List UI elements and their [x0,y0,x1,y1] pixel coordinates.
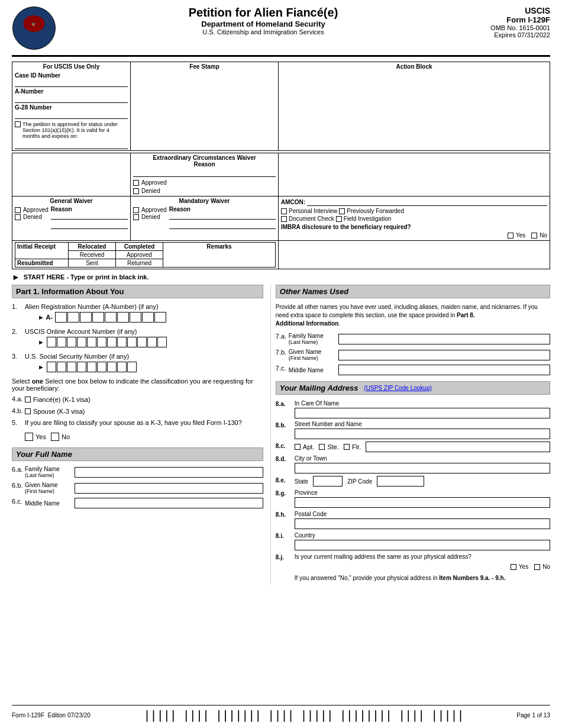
page-footer: Form I-129F Edition 07/23/20 ||||| |||| … [12,705,550,722]
item8j-no-label: No [542,563,550,571]
ste-label: Ste. [327,443,339,450]
item6c-label: Middle Name [25,500,72,507]
oa-box-8[interactable] [117,337,127,347]
state-input[interactable] [313,476,343,487]
ssn-box-2[interactable] [57,362,66,372]
mw-approved-check[interactable] [133,207,139,213]
usps-zip-link[interactable]: (USPS ZIP Code Lookup) [364,385,431,391]
item5-yes-check[interactable] [25,433,33,441]
given-name-input[interactable] [75,483,263,494]
city-input[interactable] [295,463,550,473]
zip-input[interactable] [377,476,424,487]
imbra-yes-check[interactable] [508,233,513,239]
item6a-sub: (Last Name) [25,472,72,478]
oa-box-9[interactable] [127,337,137,347]
gw-denied-check[interactable] [15,214,21,220]
returned-label: Returned [116,259,163,268]
ssn-box-3[interactable] [67,362,76,372]
online-account-input-group [47,337,167,347]
document-check-check[interactable] [281,216,287,222]
extraordinary-approved-label: Approved [141,179,167,186]
in-care-of-input[interactable] [295,408,550,418]
street-number-input[interactable] [295,429,550,439]
received-label: Received [69,251,116,259]
uscis-use-label: For USCIS Use Only [15,63,128,70]
ssn-box-9[interactable] [127,362,137,372]
same-address-no-check[interactable] [534,564,540,570]
apt-check[interactable] [295,444,301,450]
item-8a: 8.a. In Care Of Name [276,400,550,418]
item5-no-check[interactable] [51,433,59,441]
a-box-7[interactable] [130,312,141,323]
middle-name-input[interactable] [75,498,263,508]
family-name-input[interactable] [75,467,263,478]
oa-box-12[interactable] [157,337,167,347]
same-address-yes-check[interactable] [511,564,516,570]
postal-code-input[interactable] [295,518,550,529]
ssn-box-7[interactable] [107,362,117,372]
mw-denied-check[interactable] [133,214,139,220]
oa-box-7[interactable] [107,337,117,347]
a-box-3[interactable] [80,312,92,323]
gw-approved-check[interactable] [15,207,21,213]
header-center: Petition for Alien Fiancé(e) Department … [65,6,461,36]
flr-label: Flr. [352,443,361,450]
uscis-logo: DHS 🦅 [12,6,56,50]
flr-check[interactable] [344,444,350,450]
petition-approved-check[interactable] [15,121,21,127]
extraordinary-approved-check[interactable] [133,180,139,186]
oa-box-6[interactable] [97,337,106,347]
personal-interview-check[interactable] [281,208,287,214]
item7a-sub: (Last Name) [289,339,336,345]
a-box-2[interactable] [67,312,79,323]
item7b-label: Given Name [289,349,336,355]
fiance-check[interactable] [25,397,31,402]
extraordinary-denied-check[interactable] [133,188,139,194]
other-family-name-input[interactable] [338,334,550,344]
ssn-box-5[interactable] [87,362,96,372]
oa-box-3[interactable] [67,337,76,347]
spouse-check[interactable] [25,408,31,414]
imbra-no-check[interactable] [531,233,537,239]
a-box-9[interactable] [154,312,166,323]
item-8d: 8.d. City or Town [276,455,550,473]
other-middle-name-input[interactable] [338,365,550,375]
ste-check[interactable] [319,444,325,450]
extraordinary-denied-label: Denied [141,188,160,194]
a-box-1[interactable] [55,312,67,323]
item8j-followup: If you answered "No," provide your physi… [295,575,438,581]
ssn-box-6[interactable] [97,362,106,372]
imbra-no-label: No [540,232,547,239]
oa-box-1[interactable] [47,337,56,347]
item8d-label: City or Town [295,455,327,462]
imbra-label: IMBRA disclosure to the beneficiary requ… [281,224,547,230]
country-input[interactable] [295,540,550,550]
province-input[interactable] [295,497,550,508]
other-given-name-input[interactable] [338,350,550,360]
a-box-4[interactable] [92,312,104,323]
a-box-5[interactable] [105,312,117,323]
oa-box-11[interactable] [147,337,157,347]
item8j-yes-label: Yes [519,563,528,571]
oa-box-10[interactable] [137,337,147,347]
select-instruction: Select one Select one box below to indic… [12,378,263,392]
ssn-box-1[interactable] [47,362,56,372]
oa-box-2[interactable] [57,337,66,347]
oa-box-4[interactable] [77,337,86,347]
a-box-6[interactable] [117,312,129,323]
field-investigation-check[interactable] [336,216,342,222]
a-box-8[interactable] [142,312,154,323]
completed-label: Completed [116,243,163,251]
svg-text:🦅: 🦅 [31,21,37,27]
item8e-label: State [295,478,308,485]
ssn-box-4[interactable] [77,362,86,372]
item2-arrow: ► [38,339,44,346]
apt-number-input[interactable] [366,442,550,452]
ssn-box-8[interactable] [117,362,127,372]
item-1: 1. Alien Registration Number (A-Number) … [12,303,263,324]
previously-forwarded-check[interactable] [339,208,345,214]
item8h-label: Postal Code [295,511,327,517]
oa-box-5[interactable] [87,337,96,347]
mailing-address-header: Your Mailing Address (USPS ZIP Code Look… [276,381,550,395]
item5-label: If you are filing to classify your spous… [25,419,242,426]
